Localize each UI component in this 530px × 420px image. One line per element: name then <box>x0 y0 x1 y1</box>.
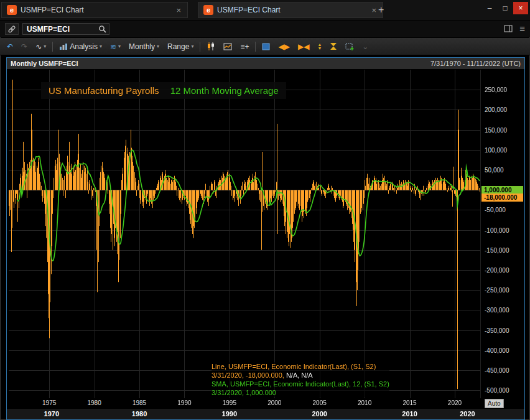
plot-area: US Manufacturing Payrolls 12 Month Movin… <box>9 70 480 398</box>
search-row: ≡ <box>0 21 530 37</box>
minimize-button[interactable]: – <box>482 2 497 14</box>
chart-panel: Monthly USMFP=ECI 7/31/1970 - 11/11/2022… <box>6 57 525 420</box>
auto-scale-button[interactable]: Auto <box>485 399 504 408</box>
chart-canvas[interactable] <box>9 70 480 398</box>
x-axis-label: 2010 <box>358 399 371 406</box>
search-icon[interactable] <box>98 25 106 33</box>
eikon-app-icon: e <box>7 5 17 15</box>
chart-snapshot-button[interactable] <box>221 42 234 51</box>
search-row-actions: ≡ <box>504 23 525 34</box>
chevron-down-icon: ▾ <box>44 44 46 49</box>
new-panel-button[interactable] <box>260 42 272 51</box>
chart-type-button[interactable] <box>205 42 217 51</box>
y-axis-label: -450,000 <box>485 366 509 373</box>
close-button[interactable]: × <box>513 2 528 14</box>
dock-layout-icon[interactable] <box>504 24 513 33</box>
hourglass-icon <box>330 42 337 50</box>
range-button[interactable]: Range ▾ <box>165 42 195 52</box>
menu-icon[interactable]: ≡ <box>519 23 525 34</box>
tab-label: USMFP=ECI Chart <box>21 6 171 14</box>
interval-button[interactable]: Monthly ▾ <box>127 42 161 52</box>
link-channel-button[interactable] <box>5 23 19 35</box>
time-window-button[interactable] <box>328 42 339 51</box>
application-window: e USMFP=ECI Chart × e USMFP=ECI Chart × … <box>0 0 530 420</box>
new-tab-button[interactable]: + <box>378 5 384 15</box>
panel-icon <box>262 43 270 50</box>
y-axis[interactable]: 1,000.000 -18,000.000 250,000200,000150,… <box>480 70 524 398</box>
chart-title: US Manufacturing Payrolls 12 Month Movin… <box>41 82 286 99</box>
y-axis-label: 150,000 <box>485 126 507 133</box>
tab-label: USMFP=ECI Chart <box>217 6 366 14</box>
legend-sma-series: SMA, USMFP=ECI, Economic Indicator(Last)… <box>212 380 389 388</box>
line-style-icon: ∿ <box>35 42 42 51</box>
x-axis-label: 1990 <box>177 399 191 406</box>
chart-legend: Line, USMFP=ECI, Economic Indicator(Last… <box>212 362 389 397</box>
range-label: Range <box>167 42 189 51</box>
redo-button[interactable]: ↷ <box>19 42 29 52</box>
collapse-range-button[interactable]: ▶◀ <box>296 42 311 52</box>
x-axis-decade-label: 1990 <box>222 410 237 418</box>
x-axis-decade-label: 2000 <box>312 410 327 418</box>
search-box[interactable] <box>22 23 109 35</box>
window-controls: – □ × <box>482 2 528 14</box>
chart-date-range: 7/31/1970 - 11/11/2022 (UTC) <box>430 60 521 67</box>
interval-label: Monthly <box>129 42 155 51</box>
y-axis-label: -400,000 <box>485 347 509 353</box>
zoom-select-button[interactable] <box>343 42 356 51</box>
chevron-down-icon: ▾ <box>118 44 121 49</box>
toolbar-separator <box>52 42 53 52</box>
expand-range-button[interactable]: ◀▶ <box>276 42 291 52</box>
tab-close-icon[interactable]: × <box>370 6 378 15</box>
up-down-icon: ▲▼ <box>317 43 322 50</box>
y-axis-label: 250,000 <box>485 86 507 93</box>
chart-panel-header: Monthly USMFP=ECI 7/31/1970 - 11/11/2022… <box>7 58 524 69</box>
eikon-app-icon: e <box>203 5 213 15</box>
tab-close-icon[interactable]: × <box>175 6 182 15</box>
undo-button[interactable]: ↶ <box>5 42 15 52</box>
chart-title-overlay: 12 Month Moving Average <box>170 85 279 96</box>
toolbar-separator <box>200 42 200 52</box>
x-axis-decade-label: 1980 <box>132 410 147 418</box>
search-input[interactable] <box>23 25 98 34</box>
y-axis-label: -250,000 <box>485 287 509 294</box>
chevron-down-icon: ▾ <box>191 44 193 49</box>
analysis-chart-icon <box>59 43 68 50</box>
wave-analysis-button[interactable]: ≋ ▾ <box>108 42 123 52</box>
y-axis-label: -150,000 <box>485 246 509 253</box>
y-axis-label: -300,000 <box>485 307 509 314</box>
wave-icon: ≋ <box>110 42 116 51</box>
x-axis-label: 2020 <box>448 399 462 406</box>
y-axis-label: -350,000 <box>485 327 509 334</box>
more-tools-button[interactable]: ⌄ <box>360 42 370 52</box>
sma-value-badge: 1,000.000 <box>481 186 523 194</box>
y-axis-label: -500,000 <box>485 387 509 394</box>
line-style-button[interactable]: ∿ ▾ <box>34 42 48 52</box>
legend-rows-button[interactable]: ≡+ <box>238 42 251 52</box>
x-axis-decade-label: 1970 <box>44 410 59 418</box>
chart-toolbar: ↶ ↷ ∿ ▾ Analysis ▾ ≋ ▾ Monthly ▾ Range ▾ <box>0 38 530 55</box>
x-axis-label: 1980 <box>87 399 101 406</box>
tab-chart-2[interactable]: e USMFP=ECI Chart × <box>198 2 383 18</box>
legend-line-series: Line, USMFP=ECI, Economic Indicator(Last… <box>212 362 389 371</box>
legend-line-values: 3/31/2020, -18,000.000, N/A, N/A <box>212 371 389 380</box>
tab-chart-1[interactable]: e USMFP=ECI Chart × <box>1 2 188 18</box>
x-axis-minor[interactable]: Auto 19751980198519901995200020052010201… <box>7 398 524 408</box>
x-axis-label: 1995 <box>223 399 236 406</box>
y-axis-label: 100,000 <box>485 146 507 153</box>
last-value-badge: -18,000.000 <box>481 194 523 202</box>
selection-box-icon <box>345 42 354 50</box>
maximize-button[interactable]: □ <box>498 2 513 14</box>
y-axis-label: -50,000 <box>485 207 506 213</box>
scale-updown-button[interactable]: ▲▼ <box>315 42 323 51</box>
analysis-label: Analysis <box>70 42 98 51</box>
x-axis-label: 2005 <box>313 399 327 406</box>
link-icon <box>7 25 16 34</box>
x-axis-decade-label: 2010 <box>402 410 417 418</box>
x-axis-label: 2015 <box>402 399 416 406</box>
chevron-down-icon: ▾ <box>100 44 102 49</box>
x-axis-major: 197019801990200020102020 <box>7 408 524 419</box>
toolbar-separator <box>255 42 256 52</box>
x-axis-label: 2000 <box>267 399 281 406</box>
analysis-button[interactable]: Analysis ▾ <box>57 42 104 52</box>
y-axis-label: 200,000 <box>485 106 507 113</box>
